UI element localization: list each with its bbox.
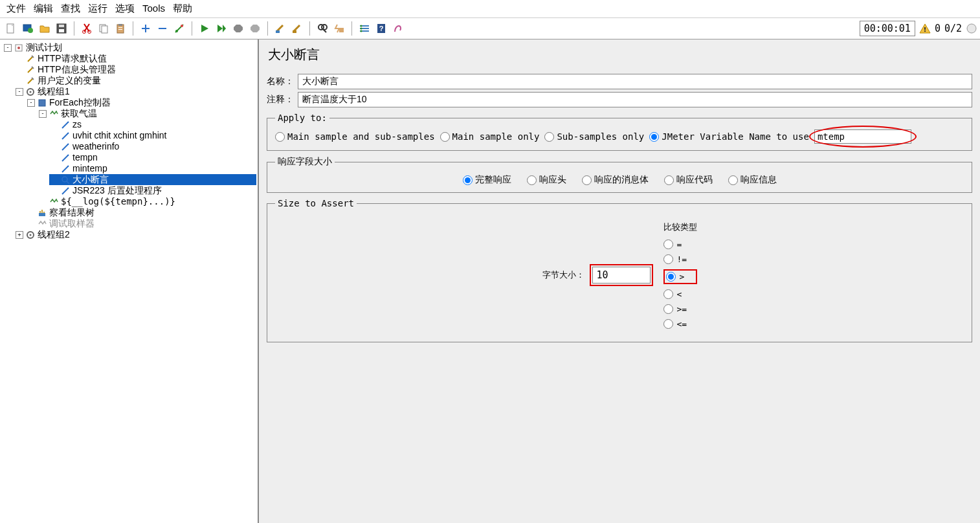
applyto-variable[interactable]: JMeter Variable Name to use: [649, 131, 809, 142]
comp-eq[interactable]: =: [663, 239, 697, 249]
gear-icon: [25, 230, 36, 240]
sampler-icon: [49, 109, 59, 119]
toggle-icon[interactable]: [172, 21, 186, 36]
comment-input[interactable]: [298, 92, 972, 107]
tree-size-assertion[interactable]: 大小断言: [49, 174, 256, 185]
compare-type-heading: 比较类型: [663, 221, 697, 233]
respfield-headers[interactable]: 响应头: [527, 174, 566, 186]
applyto-sub-only[interactable]: Sub-samples only: [544, 131, 644, 142]
copy-icon[interactable]: [96, 21, 111, 36]
new-file-icon[interactable]: [4, 21, 18, 36]
respfield-message[interactable]: 响应信息: [728, 174, 777, 186]
save-icon[interactable]: [54, 21, 69, 36]
applyto-main-sub[interactable]: Main sample and sub-samples: [275, 131, 435, 142]
svg-rect-31: [924, 27, 926, 30]
reset-search-icon[interactable]: [332, 21, 346, 36]
apply-to-legend: Apply to:: [275, 113, 329, 123]
respfield-body[interactable]: 响应的消息体: [582, 174, 649, 186]
menu-tools[interactable]: Tools: [140, 1, 168, 16]
svg-rect-18: [276, 30, 280, 33]
tree-logexpr[interactable]: ${__log(${tempn}...)}: [38, 196, 256, 207]
comp-ne[interactable]: !=: [663, 254, 697, 264]
sampler-icon: [49, 197, 59, 207]
extractor-icon: [60, 142, 71, 152]
applyto-main-only[interactable]: Main sample only: [440, 131, 540, 142]
menu-run[interactable]: 运行: [85, 1, 110, 16]
svg-rect-5: [59, 25, 64, 27]
tree-user-vars[interactable]: 用户定义的变量: [14, 75, 256, 86]
expander-icon[interactable]: +: [16, 231, 23, 239]
shutdown-icon[interactable]: [248, 21, 262, 36]
svg-marker-17: [251, 25, 260, 32]
warning-icon[interactable]: [919, 23, 931, 34]
jmeter-icon[interactable]: [391, 21, 405, 36]
clear-icon[interactable]: [273, 21, 287, 36]
comp-ge[interactable]: >=: [663, 304, 697, 314]
function-helper-icon[interactable]: [357, 21, 372, 36]
help-icon[interactable]: ?: [374, 21, 388, 36]
start-no-timers-icon[interactable]: [214, 21, 228, 36]
testplan-icon: [14, 43, 24, 53]
menu-file[interactable]: 文件: [4, 1, 28, 16]
cut-icon[interactable]: [80, 21, 94, 36]
expander-icon[interactable]: -: [16, 88, 23, 96]
tree-root[interactable]: - 测试计划: [3, 42, 256, 53]
expand-add-icon[interactable]: [139, 21, 153, 36]
name-input[interactable]: [298, 74, 972, 89]
variable-name-input[interactable]: [814, 129, 911, 144]
comp-le[interactable]: <=: [663, 319, 697, 329]
stop-icon[interactable]: [231, 21, 245, 36]
menu-options[interactable]: 选项: [113, 1, 137, 16]
tree-debug-sampler[interactable]: 调试取样器: [26, 218, 256, 229]
open-icon[interactable]: [38, 21, 52, 36]
menu-edit[interactable]: 编辑: [31, 1, 56, 16]
respfield-code[interactable]: 响应代码: [664, 174, 713, 186]
tree-jsr223[interactable]: JSR223 后置处理程序: [49, 185, 256, 196]
expander-icon[interactable]: -: [4, 44, 12, 52]
menubar: 文件 编辑 查找 运行 选项 Tools 帮助: [0, 0, 980, 18]
thread-count: 0/2: [944, 23, 962, 34]
extractor-icon: [60, 120, 71, 130]
tree-gettemp[interactable]: -获取气温: [38, 108, 256, 119]
clear-all-icon[interactable]: [290, 21, 304, 36]
collapse-remove-icon[interactable]: [155, 21, 170, 36]
tree-weatherinfo[interactable]: weatherinfo: [49, 141, 256, 152]
threads-gauge-icon: [966, 23, 977, 34]
config-icon: [25, 54, 36, 64]
respfield-full[interactable]: 完整响应: [463, 174, 511, 186]
compare-type-group: 比较类型 = != > < >= <=: [663, 221, 697, 329]
start-icon[interactable]: [197, 21, 212, 36]
comp-lt[interactable]: <: [663, 289, 697, 299]
tree-threadgroup2[interactable]: +线程组2: [14, 229, 256, 240]
menu-help[interactable]: 帮助: [170, 1, 195, 16]
menu-search[interactable]: 查找: [58, 1, 83, 16]
tree-tempn[interactable]: tempn: [49, 152, 256, 163]
tree-view-results[interactable]: 察看结果树: [26, 207, 256, 218]
svg-rect-38: [39, 100, 45, 106]
name-label: 名称：: [267, 76, 294, 87]
gear-icon: [25, 87, 36, 97]
byte-size-input[interactable]: [592, 267, 651, 284]
svg-point-39: [62, 177, 67, 182]
svg-rect-32: [924, 30, 926, 32]
tree-foreach[interactable]: -ForEach控制器: [26, 97, 256, 108]
tree-mintemp[interactable]: mintemp: [49, 163, 256, 174]
expander-icon[interactable]: -: [27, 99, 35, 107]
comp-gt[interactable]: >: [666, 272, 695, 282]
expander-icon[interactable]: -: [39, 110, 47, 118]
svg-point-42: [30, 234, 32, 236]
paste-icon[interactable]: [113, 21, 128, 36]
controller-icon: [37, 98, 47, 108]
tree-uvhit[interactable]: uvhit cthit xchint gmhint: [49, 130, 256, 141]
tree-http-header[interactable]: HTTP信息头管理器: [14, 64, 256, 75]
tree-zs[interactable]: zs: [49, 119, 256, 130]
apply-to-fieldset: Apply to: Main sample and sub-samples Ma…: [267, 113, 972, 151]
svg-rect-4: [59, 29, 64, 32]
templates-icon[interactable]: [21, 21, 35, 36]
tree-threadgroup1[interactable]: -线程组1: [14, 86, 256, 97]
tree-http-defaults[interactable]: HTTP请求默认值: [14, 53, 256, 64]
svg-marker-16: [234, 25, 243, 32]
panel-title: 大小断言: [263, 43, 976, 71]
test-plan-tree[interactable]: - 测试计划 HTTP请求默认值 HTTP信息头管理器 用户定义的变量 -线程组…: [0, 39, 259, 523]
search-icon[interactable]: [315, 21, 329, 36]
